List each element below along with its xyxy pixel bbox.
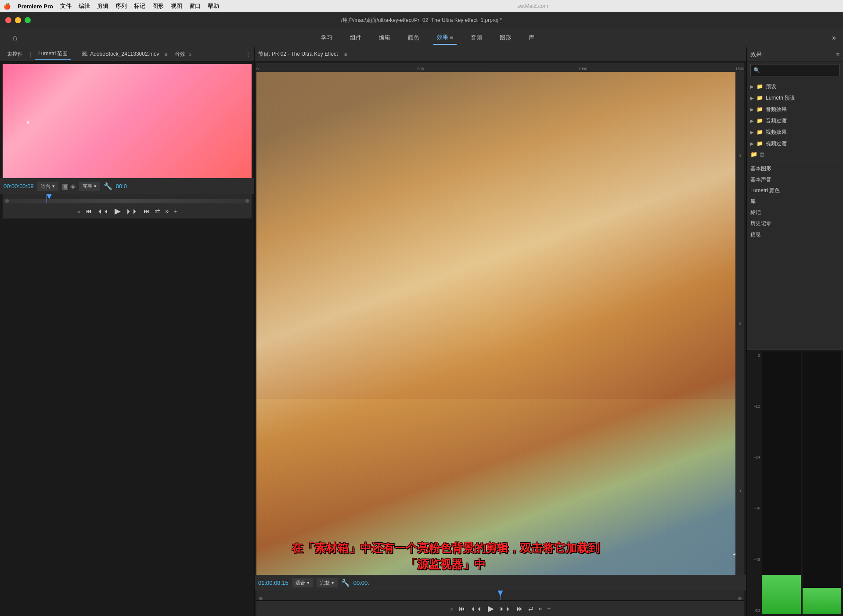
program-wrench-icon[interactable]: 🔧: [341, 579, 350, 587]
program-more[interactable]: »: [539, 605, 542, 612]
menu-help[interactable]: 帮助: [208, 2, 219, 10]
minimize-button[interactable]: [15, 17, 21, 23]
source-wrench-icon[interactable]: 🔧: [104, 182, 112, 190]
nav-library[interactable]: 库: [525, 31, 538, 44]
source-play[interactable]: ▶: [115, 206, 121, 216]
essential-graphics-section[interactable]: 基本图形: [747, 163, 843, 174]
vertical-scale: 050: [735, 72, 744, 575]
vu-bar-right: [803, 351, 842, 615]
library-section[interactable]: 库: [747, 196, 843, 207]
apple-menu[interactable]: 🍎: [4, 3, 11, 10]
effects-search-input[interactable]: [762, 67, 836, 73]
tab-effect-controls[interactable]: 束控件: [4, 49, 26, 60]
effects-video-effects[interactable]: ▶ 📁 视频效果: [747, 126, 843, 138]
program-mark-in[interactable]: ⬦: [450, 605, 454, 612]
source-mark-in[interactable]: ⬦: [77, 208, 80, 215]
program-add[interactable]: +: [547, 605, 551, 612]
effects-audio-transitions[interactable]: ▶ 📁 音频过渡: [747, 115, 843, 126]
essential-sound-section[interactable]: 基本声音: [747, 174, 843, 185]
left-panel: 束控件 | Lumetri 范围 源: AdobeStock_241133002…: [0, 47, 255, 616]
menu-graphics[interactable]: 图形: [152, 2, 164, 10]
menu-clip[interactable]: 剪辑: [97, 2, 108, 10]
vu-scale-labels: 0 -12 -24 -36 -48 dB: [749, 351, 762, 615]
program-fit-dropdown[interactable]: 适合▾: [292, 578, 313, 587]
program-full-dropdown[interactable]: 完整▾: [317, 578, 338, 587]
maximize-button[interactable]: [25, 17, 31, 23]
nav-audio[interactable]: 音频: [467, 31, 486, 44]
nav-effects[interactable]: 效果 ≡: [433, 31, 457, 45]
vu-bar-left-fill: [762, 575, 801, 614]
panel-options-icon[interactable]: ⋮: [245, 51, 251, 57]
source-go-start[interactable]: ⏮: [86, 208, 92, 215]
effects-header: 效果 ≡: [747, 47, 843, 61]
source-add[interactable]: +: [174, 208, 177, 215]
program-play[interactable]: ▶: [488, 604, 494, 613]
source-more[interactable]: »: [166, 208, 169, 215]
info-section[interactable]: 信息: [747, 229, 843, 240]
effects-tree: ▶ 📁 预设 ▶ 📁 Lumetri 预设 ▶ 📁 音频效果 ▶ 📁 音频过渡 …: [747, 79, 843, 349]
source-panel-header: 束控件 | Lumetri 范围 源: AdobeStock_241133002…: [0, 47, 254, 61]
program-go-start[interactable]: ⏮: [459, 605, 465, 612]
frame-icon-1[interactable]: ▣: [62, 182, 68, 190]
menu-sequence[interactable]: 序列: [115, 2, 127, 10]
title-bar: /用户/mac/桌面/ultra-key-effect/Pr_02_The Ul…: [0, 12, 843, 28]
history-section[interactable]: 历史记录: [747, 218, 843, 229]
audio-tab[interactable]: 音效: [175, 50, 185, 58]
source-fit-dropdown[interactable]: 适合▾: [37, 182, 58, 191]
source-loop[interactable]: ⇄: [155, 208, 160, 215]
nav-color[interactable]: 颜色: [404, 31, 423, 44]
source-go-end[interactable]: ⏭: [144, 208, 150, 215]
source-step-back[interactable]: ⏴⏴: [97, 208, 109, 215]
source-step-forward[interactable]: ⏵⏵: [126, 208, 138, 215]
program-menu-icon[interactable]: ≡: [344, 51, 347, 57]
source-playhead-line: [47, 194, 47, 203]
program-go-end[interactable]: ⏭: [517, 605, 523, 612]
effects-lumetri-presets[interactable]: ▶ 📁 Lumetri 预设: [747, 92, 843, 104]
tab-lumetri-scope[interactable]: Lumetri 范围: [35, 48, 71, 60]
nav-edit[interactable]: 编辑: [375, 31, 394, 44]
menu-edit[interactable]: 编辑: [79, 2, 90, 10]
menu-file[interactable]: 文件: [60, 2, 72, 10]
close-button[interactable]: [5, 17, 11, 23]
vu-label-24: -24: [754, 455, 760, 459]
source-timecode[interactable]: 00:00:00:09: [4, 183, 34, 190]
program-timecode[interactable]: 01:00:08:15: [258, 580, 288, 586]
vu-bar-right-fill: [803, 588, 842, 614]
menu-view[interactable]: 视图: [171, 2, 182, 10]
menu-window[interactable]: 窗口: [189, 2, 201, 10]
nav-assembly[interactable]: 组件: [346, 31, 365, 44]
nav-graphics[interactable]: 图形: [496, 31, 515, 44]
effects-presets[interactable]: ▶ 📁 预设: [747, 81, 843, 92]
program-loop[interactable]: ⇄: [528, 605, 533, 612]
program-playhead-line: [501, 591, 501, 600]
program-step-forward[interactable]: ⏵⏵: [499, 605, 512, 612]
lumetri-arrow: ▶: [750, 96, 754, 100]
effects-audio-effects[interactable]: ▶ 📁 音频效果: [747, 104, 843, 115]
source-menu-icon[interactable]: ≡: [165, 51, 168, 57]
effects-search[interactable]: 🔍: [750, 64, 839, 76]
source-extend-icon[interactable]: »: [189, 51, 192, 57]
source-full-dropdown[interactable]: 完整▾: [79, 182, 100, 191]
nav-extend[interactable]: »: [832, 34, 836, 42]
window-controls: [5, 17, 31, 23]
menu-marker[interactable]: 标记: [134, 2, 145, 10]
effects-video-transitions[interactable]: ▶ 📁 视频过渡: [747, 138, 843, 149]
center-panel: 节目: PR 02 - The Ultra Key Effect ≡ 0 500…: [255, 47, 746, 616]
source-timeline-strip[interactable]: [3, 194, 252, 203]
effects-bottom-icons: 📁 🗑: [747, 149, 843, 159]
delete-icon[interactable]: 🗑: [759, 151, 765, 158]
new-folder-icon[interactable]: 📁: [750, 151, 757, 158]
photo-warm-overlay: [256, 72, 744, 575]
ruler-mark-500: 500: [418, 67, 424, 71]
vu-bars: [762, 351, 841, 615]
effects-menu-btn[interactable]: ≡: [836, 51, 839, 57]
markers-section[interactable]: 标记: [747, 207, 843, 218]
frame-icon-2[interactable]: ◈: [70, 182, 76, 190]
program-timeline-strip[interactable]: [256, 591, 744, 600]
program-monitor: 0 500 1000 1500 ◄ 050: [255, 61, 746, 616]
source-out-point: [245, 199, 249, 203]
program-step-back[interactable]: ⏴⏴: [470, 605, 483, 612]
lumetri-color-section[interactable]: Lumetri 颜色: [747, 185, 843, 196]
nav-learn[interactable]: 学习: [317, 31, 336, 44]
home-button[interactable]: ⌂: [7, 30, 23, 46]
